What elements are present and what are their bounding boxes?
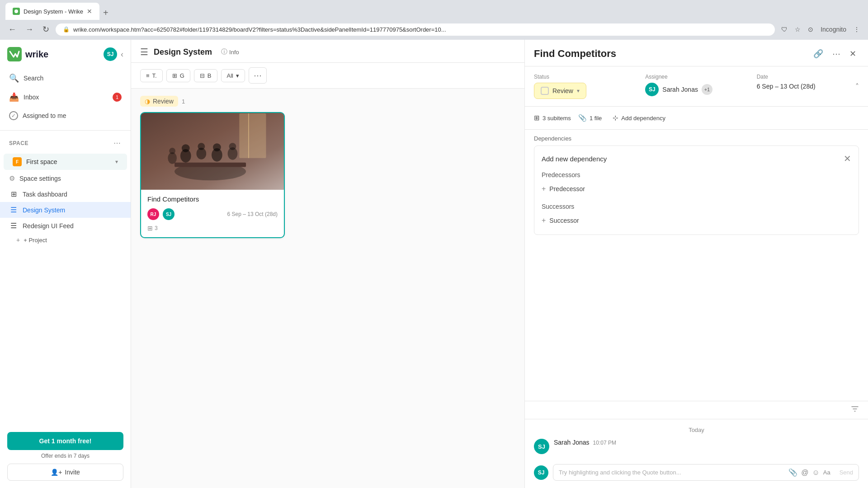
comment-input-box[interactable]: Try highlighting and clicking the Quote …: [553, 464, 859, 481]
invite-label: Invite: [65, 469, 80, 476]
panel-expand-button[interactable]: ˄: [855, 82, 859, 91]
comment-input-row: SJ Try highlighting and clicking the Quo…: [534, 460, 859, 488]
svg-rect-4: [248, 113, 249, 158]
view-button-gantt[interactable]: ⊞ G: [166, 69, 190, 82]
redesign-ui-icon: ☰: [9, 221, 18, 230]
new-tab-button[interactable]: +: [99, 6, 112, 20]
panel-link-button[interactable]: 🔗: [811, 47, 826, 61]
sidebar-item-add-project[interactable]: + + Project: [0, 234, 131, 246]
status-chevron-icon: ▾: [577, 88, 580, 94]
filter-icon-button[interactable]: [851, 405, 859, 415]
assignee-avatar: SJ: [645, 83, 659, 96]
assignee-plus-badge: +1: [702, 84, 712, 95]
search-icon: 🔍: [9, 73, 19, 83]
toolbar-more-button[interactable]: ⋯: [249, 67, 267, 84]
subitems-stat-icon: ⊞: [534, 114, 540, 122]
status-checkbox[interactable]: [541, 87, 549, 95]
add-successor-button[interactable]: + Successor: [542, 214, 851, 227]
emoji-icon[interactable]: ☺: [812, 469, 819, 477]
extension-profile[interactable]: ⊙: [805, 24, 816, 35]
info-icon: ⓘ: [221, 48, 227, 56]
task-card-title: Find Competitors: [147, 195, 278, 203]
view-button-table[interactable]: ≡ T.: [140, 69, 163, 82]
upgrade-button[interactable]: Get 1 month free!: [7, 432, 123, 450]
address-bar[interactable]: 🔒 wrike.com/workspace.htm?acc=6250782#fo…: [56, 23, 775, 36]
view-button-board[interactable]: ⊟ B: [194, 69, 217, 82]
status-value: Review: [552, 87, 573, 94]
assignee-avatar-rj: RJ: [147, 208, 159, 220]
attach-icon[interactable]: 📎: [788, 468, 797, 477]
info-button[interactable]: ⓘ Info: [217, 46, 243, 58]
text-format-icon[interactable]: Aa: [823, 469, 830, 476]
status-field[interactable]: Review ▾: [534, 83, 586, 99]
add-predecessor-button[interactable]: + Predecessor: [542, 182, 851, 196]
mention-icon[interactable]: @: [801, 469, 808, 477]
tab-close-icon[interactable]: ✕: [87, 8, 92, 15]
task-card-find-competitors[interactable]: Find Competitors RJ SJ 6 Sep – 13 Oct (2…: [140, 112, 285, 238]
nav-item-inbox[interactable]: 📥 Inbox 1: [0, 88, 131, 107]
space-more-button[interactable]: ⋯: [113, 138, 122, 148]
space-section-header: Space ⋯: [9, 138, 122, 148]
sidebar-item-task-dashboard[interactable]: ⊞ Task dashboard: [0, 186, 131, 202]
space-icon: F: [13, 157, 22, 166]
nav-item-assigned[interactable]: ✓ Assigned to me: [0, 107, 131, 125]
panel-more-button[interactable]: ⋯: [830, 47, 843, 61]
assigned-icon: ✓: [9, 111, 18, 120]
successors-label: Successors: [542, 203, 851, 210]
gantt-view-icon: ⊞: [172, 72, 177, 79]
space-settings-item[interactable]: ⚙ Space settings: [0, 171, 131, 186]
tab-favicon: [13, 8, 20, 15]
browser-tab-active[interactable]: Design System - Wrike ✕: [5, 3, 99, 20]
files-stat[interactable]: 📎 1 file: [578, 114, 602, 122]
invite-button[interactable]: 👤+ Invite: [7, 464, 123, 481]
sidebar-header: wrike SJ ‹: [0, 40, 131, 65]
main-content: ☰ Design System ⓘ Info ≡ T. ⊞ G ⊟ B All: [131, 40, 524, 488]
nav-label-inbox: Inbox: [24, 94, 39, 101]
browser-chrome: Design System - Wrike ✕ + ← → ↻ 🔒 wrike.…: [0, 0, 868, 40]
successor-plus-icon: +: [542, 216, 546, 225]
nav-item-search[interactable]: 🔍 Search: [0, 69, 131, 88]
first-space-item[interactable]: F First space ▾: [4, 154, 127, 170]
meta-assignee: Assignee SJ Sarah Jonas +1: [645, 74, 747, 99]
filter-area: [525, 401, 868, 419]
comment-input-tools: 📎 @ ☺ Aa Send: [788, 468, 853, 477]
filter-button[interactable]: All ▾: [221, 69, 245, 82]
app-layout: wrike SJ ‹ 🔍 Search 📥 Inbox 1 ✓ Assigned…: [0, 40, 868, 488]
add-dependency-button[interactable]: ⊹ Add dependency: [609, 112, 669, 124]
sidebar-item-design-system[interactable]: ☰ Design System: [0, 202, 131, 218]
sidebar-item-redesign-ui[interactable]: ☰ Redesign UI Feed: [0, 218, 131, 234]
space-section-actions: ⋯: [113, 138, 122, 148]
task-subitems: ⊞ 3: [141, 225, 284, 232]
extension-star[interactable]: ☆: [792, 24, 803, 35]
user-avatar[interactable]: SJ: [104, 47, 117, 61]
gantt-view-label: G: [180, 72, 184, 79]
task-card-meta: RJ SJ 6 Sep – 13 Oct (28d): [147, 208, 278, 220]
task-card-image: [141, 113, 284, 190]
column-status-badge: ◑ Review: [140, 96, 178, 107]
successors-subsection: Successors + Successor: [542, 203, 851, 227]
back-button[interactable]: ←: [5, 23, 19, 36]
predecessors-subsection: Predecessors + Predecessor: [542, 171, 851, 196]
panel-close-button[interactable]: ✕: [847, 47, 859, 61]
sidebar-space-section: Space ⋯: [0, 132, 131, 153]
comment-body: Sarah Jonas 10:07 PM: [554, 439, 859, 454]
assignee-name: Sarah Jonas: [662, 86, 698, 93]
dep-header: Dependencies: [534, 130, 859, 145]
address-text: wrike.com/workspace.htm?acc=6250782#fold…: [73, 26, 768, 33]
sidebar-collapse-button[interactable]: ‹: [121, 50, 123, 59]
date-value: 6 Sep – 13 Oct (28d): [757, 83, 859, 90]
forward-button[interactable]: →: [23, 23, 36, 36]
task-dashboard-icon: ⊞: [9, 190, 18, 198]
assignee-avatar-sj: SJ: [163, 208, 175, 220]
refresh-button[interactable]: ↻: [40, 23, 52, 36]
dep-close-button[interactable]: ✕: [844, 153, 851, 164]
subitems-stat[interactable]: ⊞ 3 subitems: [534, 114, 571, 122]
browser-menu[interactable]: ⋮: [851, 24, 863, 35]
extension-shield[interactable]: 🛡: [778, 24, 790, 35]
browser-address-row: ← → ↻ 🔒 wrike.com/workspace.htm?acc=6250…: [0, 20, 868, 40]
send-button[interactable]: Send: [840, 469, 853, 476]
board-toolbar: ≡ T. ⊞ G ⊟ B All ▾ ⋯: [131, 63, 524, 89]
add-dep-icon: ⊹: [613, 114, 618, 122]
incognito-label[interactable]: Incognito: [818, 24, 849, 35]
right-panel: Find Competitors 🔗 ⋯ ✕ Status Review ▾ A…: [524, 40, 868, 488]
